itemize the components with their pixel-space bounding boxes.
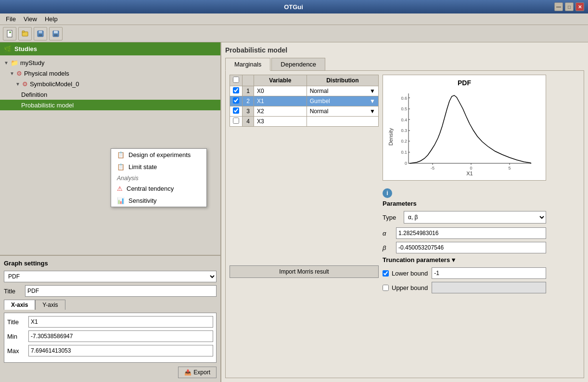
row3-num: 3 [243,106,254,117]
ytick-5: 0.5 [401,106,407,111]
table-row: 1 X0 Normal ▼ [230,86,379,96]
svg-rect-4 [22,31,25,32]
saveas-icon [37,30,44,38]
row1-var[interactable]: X0 [254,86,307,96]
tree-label: myStudy [20,59,45,66]
axis-title-label: Title [7,318,25,326]
truncation-arrow: ▾ [452,256,455,263]
ytick-3: 0.3 [401,128,407,133]
menu-file[interactable]: File [2,14,20,24]
ytick-2: 0.2 [401,139,407,144]
row2-dist: Gumbel ▼ [307,96,378,106]
title-input[interactable] [25,285,217,297]
tree-area: ▼ 📁 myStudy ▼ ⚙ Physical models ▼ ⚙ Symb… [0,55,220,255]
tree-label-5: Probabilistic model [21,102,74,109]
row3-checkbox[interactable] [233,107,239,114]
context-label-2: Limit state [128,163,157,171]
ytick-0: 0 [405,161,407,166]
upper-bound-checkbox[interactable] [383,285,389,291]
plot-type-select[interactable]: PDF CDF QQ-Plot [4,271,217,282]
context-label-3: Central tendency [127,185,174,192]
row2-dropdown-arrow[interactable]: ▼ [370,98,375,105]
minimize-button[interactable]: — [554,2,563,11]
tree-item-probabilistic-model[interactable]: Probabilistic model [0,100,220,110]
pdf-chart: Density 0 0.1 0.2 0.3 0.4 0.5 0.6 [387,89,536,178]
lower-bound-checkbox[interactable] [383,270,389,277]
left-panel: 🌿 Studies ▼ 📁 myStudy ▼ ⚙ Physical model… [0,42,221,382]
type-select[interactable]: α, β μ, σ [404,211,546,224]
row4-var[interactable]: X3 [254,117,307,127]
tree-item-mystudy[interactable]: ▼ 📁 myStudy [0,57,220,68]
params-title: Parameters [383,200,546,207]
maximize-button[interactable]: □ [565,2,574,11]
export-button[interactable]: 📤 Export [178,367,217,378]
menubar: File View Help [0,13,588,25]
select-all-checkbox[interactable] [233,77,239,83]
tree-item-symbolic[interactable]: ▼ ⚙ SymbolicModel_0 [0,79,220,89]
menu-help[interactable]: Help [41,14,62,24]
ytick-4: 0.4 [401,118,407,122]
axis-max-input[interactable] [28,345,213,356]
chart-container: PDF Density 0 0.1 0.2 0.3 0.4 0.5 [383,75,546,181]
row4-checkbox[interactable] [233,118,239,124]
lower-bound-input[interactable] [432,267,546,279]
table-row: 4 X3 [230,117,379,127]
row3-var[interactable]: X2 [254,106,307,117]
close-button[interactable]: ✕ [575,2,584,11]
svg-rect-0 [7,30,12,37]
tree-item-physical-models[interactable]: ▼ ⚙ Physical models [0,68,220,79]
context-limit-state[interactable]: 📋 Limit state [111,161,206,173]
tab-marginals[interactable]: Marginals [225,58,270,71]
y-axis-label: Density [388,128,394,145]
row2-var[interactable]: X1 [254,96,307,106]
context-label-1: Design of experiments [128,151,191,158]
svg-rect-6 [38,31,42,33]
ytick-6: 0.6 [401,96,407,101]
upper-bound-label: Upper bound [392,284,428,291]
beta-input[interactable] [396,242,546,253]
axis-max-row: Max [7,345,213,356]
save-icon [52,30,60,38]
tree-item-definition[interactable]: Definition [0,89,220,100]
context-central-tendency[interactable]: ⚠ Central tendency [111,183,206,195]
study-icon: 📁 [11,59,18,66]
axis-min-input[interactable] [28,330,213,342]
row2-checkbox[interactable] [233,97,239,104]
main-area: 🌿 Studies ▼ 📁 myStudy ▼ ⚙ Physical model… [0,42,588,382]
menu-view[interactable]: View [20,14,41,24]
saveas-button[interactable] [34,27,47,40]
info-icon[interactable]: i [383,188,392,198]
studies-header: 🌿 Studies [0,42,220,55]
row1-check-cell [230,86,243,96]
limit-icon: 📋 [117,163,125,171]
context-design-experiments[interactable]: 📋 Design of experiments [111,149,206,161]
new-button[interactable] [3,27,16,40]
context-sensitivity[interactable]: 📊 Sensitivity [111,195,206,207]
col-header-rownum [243,75,254,86]
xaxis-tab[interactable]: X-axis [4,300,35,310]
expand-arrow-2: ▼ [10,71,14,76]
plot-type-row: PDF CDF QQ-Plot [4,271,217,282]
alpha-input[interactable] [396,227,546,239]
open-button[interactable] [18,27,32,40]
save-button[interactable] [49,27,63,40]
import-morris-button[interactable]: Import Morris result [230,265,379,278]
type-row: Type α, β μ, σ [383,211,546,224]
axis-tabs: X-axis Y-axis [4,300,217,310]
upper-bound-input[interactable] [432,282,546,293]
graph-settings-title: Graph settings [4,260,217,267]
context-label-4: Sensitivity [128,197,157,204]
row2-check-cell [230,96,243,106]
symbolic-icon: ⚙ [22,80,28,88]
axis-title-row: Title [7,316,213,328]
axis-min-label: Min [7,333,25,340]
row3-check-cell [230,106,243,117]
axis-title-input[interactable] [28,316,213,328]
row3-dropdown-arrow[interactable]: ▼ [370,108,375,115]
parameters-panel: i Parameters Type α, β μ, σ α [383,188,546,296]
row1-dropdown-arrow[interactable]: ▼ [370,88,375,94]
tab-dependence[interactable]: Dependence [271,58,325,70]
axis-max-label: Max [7,347,25,355]
row1-checkbox[interactable] [233,87,239,93]
yaxis-tab[interactable]: Y-axis [35,300,65,310]
